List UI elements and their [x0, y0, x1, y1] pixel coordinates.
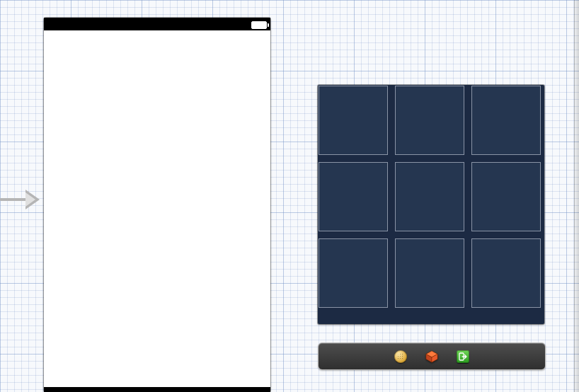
collection-row — [319, 86, 544, 155]
exit-button[interactable] — [456, 350, 470, 364]
device-bottom-bar — [44, 387, 270, 392]
view-controller-content[interactable] — [44, 30, 270, 387]
collection-cell[interactable] — [395, 238, 464, 308]
panel-right-edge[interactable] — [574, 0, 579, 392]
battery-icon — [251, 21, 267, 29]
segue-shaft — [0, 198, 28, 201]
view-controller-scene[interactable] — [44, 18, 270, 392]
grid-circle-icon — [394, 350, 407, 363]
collection-cell[interactable] — [471, 86, 541, 155]
status-bar — [44, 18, 270, 30]
collection-cell[interactable] — [319, 238, 388, 308]
collection-row — [319, 238, 544, 308]
segue-arrow[interactable] — [0, 190, 41, 209]
collection-cell[interactable] — [395, 162, 464, 231]
collection-view-scene[interactable] — [318, 85, 544, 324]
storyboard-canvas[interactable] — [0, 0, 579, 392]
collection-row — [319, 162, 544, 231]
collection-cell[interactable] — [395, 86, 464, 155]
collection-cell[interactable] — [471, 238, 541, 308]
first-responder-button[interactable] — [394, 350, 408, 364]
collection-cell[interactable] — [471, 162, 541, 231]
collection-cell[interactable] — [319, 86, 388, 155]
exit-icon — [457, 350, 469, 363]
collection-cell[interactable] — [319, 162, 388, 231]
object-button[interactable] — [425, 350, 439, 364]
scene-dock — [318, 342, 546, 370]
cube-icon — [425, 350, 438, 363]
